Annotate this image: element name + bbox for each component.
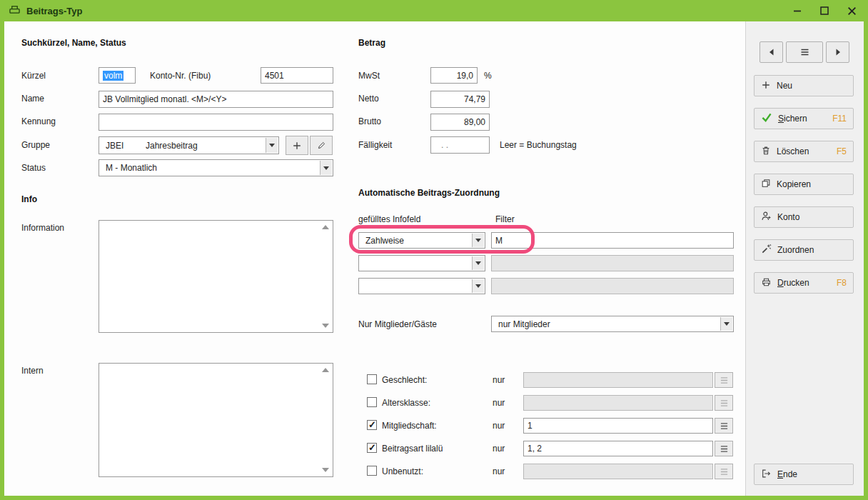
konto-button[interactable]: Konto — [754, 206, 854, 228]
unbenutzt-input[interactable] — [523, 464, 713, 479]
faelligkeit-input[interactable]: . . — [430, 136, 490, 154]
mitgliedschaft-label: Mitgliedschaft: — [382, 421, 437, 431]
geschlecht-menu-button[interactable] — [715, 372, 733, 388]
ende-label: Ende — [777, 469, 797, 479]
infofeld-value-1: Zahlweise — [365, 236, 404, 246]
altersklasse-checkbox[interactable] — [367, 397, 377, 407]
netto-input[interactable] — [430, 91, 490, 108]
filter-input-1[interactable] — [491, 232, 734, 249]
status-value: M - Monatlich — [106, 163, 157, 173]
mitglieder-label: Nur Mitglieder/Gäste — [358, 319, 437, 329]
unbenutzt-menu-button[interactable] — [715, 464, 733, 479]
scroll-up-icon[interactable] — [322, 225, 329, 229]
loeschen-label: Löschen — [777, 146, 809, 156]
mitglieder-dropdown[interactable]: nur Mitglieder — [491, 316, 734, 332]
beitragsart-menu-button[interactable] — [715, 441, 733, 456]
window-controls — [789, 3, 859, 19]
chevron-down-icon[interactable] — [472, 234, 484, 247]
section-title-zuordnung: Automatische Beitrags-Zuordnung — [358, 188, 500, 198]
check-icon — [761, 113, 772, 124]
name-label: Name — [21, 94, 44, 104]
kuerzel-selected-text: volm — [103, 71, 123, 81]
geschlecht-checkbox[interactable] — [367, 374, 377, 384]
section-title-stammdaten: Suchkürzel, Name, Status — [21, 38, 126, 48]
scroll-down-icon[interactable] — [322, 468, 329, 472]
infofeld-dropdown-3[interactable] — [358, 278, 485, 294]
brutto-input[interactable] — [430, 114, 490, 131]
kennung-label: Kennung — [21, 116, 56, 126]
faelligkeit-hint: Leer = Buchungstag — [500, 140, 577, 150]
ende-button[interactable]: Ende — [754, 464, 854, 485]
zuordnen-label: Zuordnen — [777, 245, 814, 255]
altersklasse-menu-button[interactable] — [715, 395, 733, 411]
printer-icon — [761, 277, 772, 289]
infofeld-dropdown-2[interactable] — [358, 255, 485, 271]
scroll-up-icon[interactable] — [322, 368, 329, 372]
filter-column-header: Filter — [495, 214, 515, 224]
person-icon — [761, 211, 772, 224]
geschlecht-label: Geschlecht: — [382, 375, 427, 385]
neu-label: Neu — [777, 81, 792, 91]
altersklasse-input[interactable] — [523, 395, 713, 411]
nur-label: nur — [493, 398, 505, 408]
section-title-betrag: Betrag — [358, 38, 385, 48]
geschlecht-input[interactable] — [523, 372, 713, 388]
intern-textarea[interactable] — [99, 363, 333, 477]
chevron-down-icon[interactable] — [472, 256, 484, 270]
information-label: Information — [21, 223, 64, 233]
mitgliedschaft-checkbox[interactable] — [367, 420, 377, 430]
drucken-button[interactable]: Drucken F8 — [754, 272, 854, 294]
gruppe-code: JBEI — [106, 141, 146, 151]
minimize-button[interactable] — [789, 3, 805, 19]
gruppe-add-button[interactable] — [286, 136, 308, 155]
unbenutzt-checkbox[interactable] — [367, 466, 377, 476]
name-input[interactable] — [99, 91, 333, 108]
brutto-label: Brutto — [358, 116, 381, 126]
kuerzel-label: Kürzel — [21, 71, 46, 81]
kennung-input[interactable] — [99, 114, 333, 131]
faelligkeit-placeholder: . . — [441, 140, 448, 150]
scroll-down-icon[interactable] — [322, 324, 329, 328]
konto-nr-label: Konto-Nr. (Fibu) — [150, 71, 211, 81]
sichern-label: Sichern — [778, 114, 807, 124]
loeschen-button[interactable]: Löschen F5 — [754, 141, 854, 162]
mwst-input[interactable] — [430, 67, 478, 84]
filter-input-3[interactable] — [491, 278, 734, 294]
information-textarea[interactable] — [99, 220, 333, 333]
beitragsart-checkbox[interactable] — [367, 443, 377, 453]
maximize-button[interactable] — [817, 3, 832, 19]
kopieren-label: Kopieren — [777, 179, 811, 189]
konto-nr-input[interactable] — [261, 67, 333, 84]
infofeld-dropdown-1[interactable]: Zahlweise — [358, 232, 485, 249]
zuordnen-button[interactable]: Zuordnen — [754, 239, 854, 261]
drucken-label: Drucken — [777, 278, 809, 288]
gruppe-dropdown[interactable]: JBEI Jahresbeitrag — [99, 136, 279, 154]
gruppe-edit-button[interactable] — [310, 136, 333, 155]
chevron-down-icon[interactable] — [266, 138, 278, 153]
mitglieder-value: nur Mitglieder — [498, 319, 550, 329]
kopieren-button[interactable]: Kopieren — [754, 174, 854, 195]
gruppe-text: Jahresbeitrag — [146, 141, 198, 151]
exit-icon — [761, 469, 772, 481]
sichern-fkey: F11 — [832, 114, 847, 124]
beitragsart-input[interactable] — [523, 441, 713, 456]
beitrags-typ-window: Beitrags-Typ Suchkürzel, Name, Status Kü… — [0, 0, 868, 500]
filter-input-2[interactable] — [491, 255, 734, 271]
close-button[interactable] — [844, 3, 859, 19]
sichern-button[interactable]: Sichern F11 — [754, 108, 854, 129]
chevron-down-icon[interactable] — [472, 279, 484, 293]
kuerzel-input[interactable]: volm — [99, 67, 136, 84]
mitgliedschaft-input[interactable] — [523, 418, 713, 434]
status-dropdown[interactable]: M - Monatlich — [99, 159, 333, 176]
nur-label: nur — [493, 444, 505, 454]
nav-prev-button[interactable] — [760, 41, 783, 63]
mitgliedschaft-menu-button[interactable] — [715, 418, 733, 434]
neu-button[interactable]: Neu — [754, 75, 854, 96]
chevron-down-icon[interactable] — [720, 317, 732, 331]
nav-list-button[interactable] — [786, 41, 823, 63]
section-title-info: Info — [21, 194, 37, 204]
mwst-label: MwSt — [358, 71, 380, 81]
nav-next-button[interactable] — [826, 41, 849, 63]
faelligkeit-label: Fälligkeit — [358, 140, 392, 150]
chevron-down-icon[interactable] — [320, 161, 332, 175]
